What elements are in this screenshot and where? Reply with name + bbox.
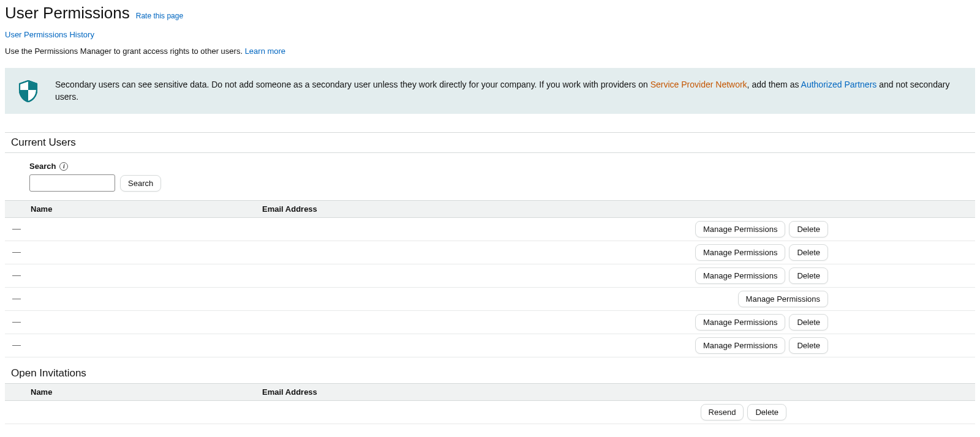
invitation-row: Resend Delete	[5, 401, 975, 424]
manage-permissions-button[interactable]: Manage Permissions	[695, 244, 785, 261]
user-row: Manage PermissionsDelete	[5, 264, 975, 288]
open-invitations-title: Open Invitations	[5, 362, 975, 383]
info-banner: Secondary users can see sensitive data. …	[5, 68, 975, 114]
resend-button[interactable]: Resend	[701, 404, 744, 420]
user-name-placeholder	[12, 322, 21, 323]
column-email: Email Address	[262, 204, 712, 214]
column-name: Name	[5, 204, 262, 214]
rate-page-link[interactable]: Rate this page	[136, 12, 183, 20]
delete-user-button[interactable]: Delete	[789, 267, 828, 284]
service-provider-network-link[interactable]: Service Provider Network	[650, 80, 747, 89]
banner-text-1: Secondary users can see sensitive data. …	[55, 80, 650, 89]
user-name-placeholder	[12, 252, 21, 253]
manage-permissions-button[interactable]: Manage Permissions	[695, 267, 785, 284]
manage-permissions-button[interactable]: Manage Permissions	[695, 314, 785, 331]
page-title: User Permissions	[5, 4, 130, 23]
delete-user-button[interactable]: Delete	[789, 337, 828, 354]
user-name-placeholder	[12, 345, 21, 346]
user-row: Manage Permissions	[5, 288, 975, 311]
manage-permissions-button[interactable]: Manage Permissions	[738, 291, 828, 307]
search-label: Search	[29, 162, 56, 171]
search-button[interactable]: Search	[120, 175, 161, 192]
delete-invitation-button[interactable]: Delete	[747, 404, 786, 420]
shield-icon	[18, 80, 38, 102]
delete-user-button[interactable]: Delete	[789, 221, 828, 237]
user-row: Manage PermissionsDelete	[5, 334, 975, 357]
current-users-title: Current Users	[5, 133, 975, 153]
user-row: Manage PermissionsDelete	[5, 311, 975, 334]
search-input[interactable]	[29, 174, 115, 192]
user-row: Manage PermissionsDelete	[5, 241, 975, 264]
banner-text-2: , add them as	[747, 80, 801, 89]
open-invitations-section: Open Invitations Name Email Address Rese…	[5, 362, 975, 424]
delete-user-button[interactable]: Delete	[789, 244, 828, 261]
user-name-placeholder	[12, 299, 21, 300]
permissions-history-link[interactable]: User Permissions History	[5, 30, 94, 39]
users-table-header: Name Email Address	[5, 200, 975, 218]
learn-more-link[interactable]: Learn more	[245, 47, 285, 56]
delete-user-button[interactable]: Delete	[789, 314, 828, 331]
inv-column-email: Email Address	[262, 387, 712, 397]
current-users-section: Current Users Search i Search Name Email…	[5, 132, 975, 357]
user-name-placeholder	[12, 229, 21, 230]
user-name-placeholder	[12, 275, 21, 277]
info-icon[interactable]: i	[59, 162, 68, 171]
authorized-partners-link[interactable]: Authorized Partners	[801, 80, 877, 89]
description-prefix: Use the Permissions Manager to grant acc…	[5, 47, 245, 56]
inv-column-name: Name	[5, 387, 262, 397]
invitations-table-header: Name Email Address	[5, 383, 975, 401]
manage-permissions-button[interactable]: Manage Permissions	[695, 221, 785, 237]
manage-permissions-button[interactable]: Manage Permissions	[695, 337, 785, 354]
description-text: Use the Permissions Manager to grant acc…	[5, 47, 975, 56]
user-row: Manage PermissionsDelete	[5, 218, 975, 241]
